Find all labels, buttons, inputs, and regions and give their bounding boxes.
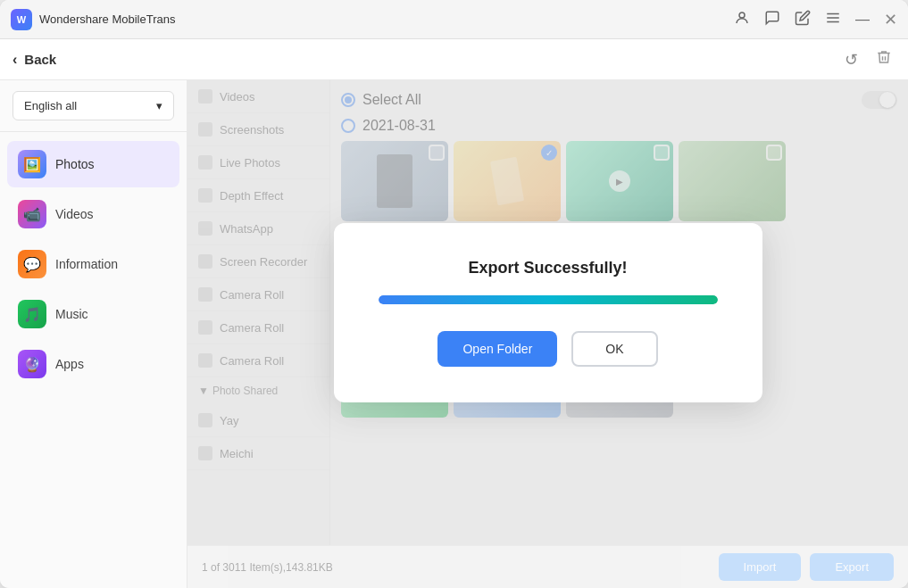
close-icon[interactable]: ✕ xyxy=(884,10,897,29)
main-content: English all ▾ 🖼️ Photos 📹 Videos 💬 Infor… xyxy=(0,80,908,588)
trash-icon[interactable] xyxy=(872,46,896,73)
modal-buttons: Open Folder OK xyxy=(437,331,657,367)
sidebar: English all ▾ 🖼️ Photos 📹 Videos 💬 Infor… xyxy=(0,80,187,588)
export-success-dialog: Export Successfully! Open Folder OK xyxy=(334,223,762,402)
photos-icon: 🖼️ xyxy=(18,150,46,178)
music-icon: 🎵 xyxy=(18,300,46,328)
edit-icon[interactable] xyxy=(795,10,811,29)
information-icon: 💬 xyxy=(18,250,46,278)
window-controls: — ✕ xyxy=(734,10,897,29)
export-button[interactable]: Export xyxy=(810,553,894,581)
progress-bar-container xyxy=(379,295,718,304)
refresh-icon[interactable]: ↺ xyxy=(841,46,862,73)
toolbar-right: ↺ xyxy=(841,46,896,73)
svg-point-0 xyxy=(739,12,745,18)
sidebar-item-label: Information xyxy=(55,257,118,271)
progress-bar-fill xyxy=(379,295,718,304)
sidebar-item-label: Music xyxy=(55,307,88,321)
sidebar-item-photos[interactable]: 🖼️ Photos xyxy=(7,141,179,187)
minimize-icon[interactable]: — xyxy=(855,12,870,28)
language-dropdown[interactable]: English all ▾ xyxy=(12,91,174,120)
sidebar-item-apps[interactable]: 🔮 Apps xyxy=(7,341,179,387)
ok-button[interactable]: OK xyxy=(571,331,657,367)
sidebar-item-label: Apps xyxy=(55,357,84,371)
app-title: Wondershare MobileTrans xyxy=(39,12,734,26)
profile-icon[interactable] xyxy=(734,10,750,29)
app-logo: W xyxy=(11,9,32,30)
right-panel: Videos Screenshots Live Photos Depth Eff… xyxy=(187,80,908,588)
app-window: W Wondershare MobileTrans — ✕ xyxy=(0,0,908,588)
open-folder-button[interactable]: Open Folder xyxy=(437,331,557,367)
bottom-buttons: Import Export xyxy=(719,553,894,581)
sidebar-item-videos[interactable]: 📹 Videos xyxy=(7,191,179,237)
back-button[interactable]: ‹ Back xyxy=(12,52,56,68)
sidebar-item-label: Photos xyxy=(55,157,95,171)
modal-overlay: Export Successfully! Open Folder OK xyxy=(187,80,908,545)
sidebar-item-music[interactable]: 🎵 Music xyxy=(7,291,179,337)
bottom-bar: 1 of 3011 Item(s),143.81KB Import Export xyxy=(187,545,908,588)
sidebar-items: 🖼️ Photos 📹 Videos 💬 Information 🎵 Music… xyxy=(0,132,187,396)
import-button[interactable]: Import xyxy=(719,553,802,581)
menu-icon[interactable] xyxy=(825,10,841,29)
apps-icon: 🔮 xyxy=(18,350,46,378)
status-text: 1 of 3011 Item(s),143.81KB xyxy=(202,561,333,574)
sidebar-header: English all ▾ xyxy=(0,80,187,132)
back-label: Back xyxy=(24,52,56,67)
title-bar: W Wondershare MobileTrans — ✕ xyxy=(0,0,908,39)
chevron-down-icon: ▾ xyxy=(156,99,162,112)
modal-title: Export Successfully! xyxy=(468,259,627,277)
dropdown-label: English all xyxy=(24,99,77,112)
sidebar-item-information[interactable]: 💬 Information xyxy=(7,241,179,287)
chat-icon[interactable] xyxy=(764,10,780,29)
videos-icon: 📹 xyxy=(18,200,46,228)
sidebar-item-label: Videos xyxy=(55,207,94,221)
